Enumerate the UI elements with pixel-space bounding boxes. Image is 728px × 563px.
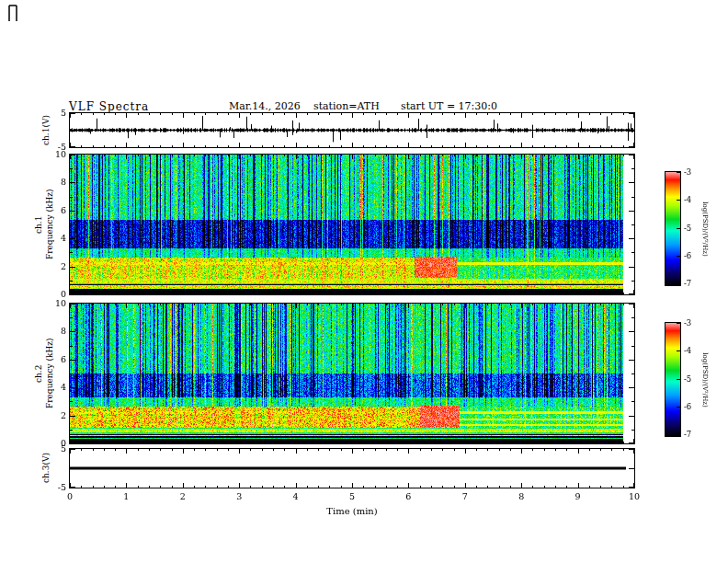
- y-tick: [629, 146, 634, 147]
- x-tick: [126, 113, 127, 118]
- x-tick: [307, 486, 308, 488]
- x-tick: [487, 442, 488, 443]
- x-tick: [521, 143, 522, 147]
- x-tick: [262, 486, 263, 488]
- x-tick: [205, 449, 206, 451]
- y-tick: [629, 360, 634, 361]
- x-tick: [589, 293, 590, 294]
- x-tick: [623, 442, 624, 443]
- y-tick: [629, 304, 634, 304]
- x-tick: [172, 113, 173, 115]
- x-tick: [454, 442, 455, 443]
- x-tick: [115, 449, 116, 451]
- x-tick: [149, 113, 150, 115]
- x-tick: [93, 145, 94, 147]
- y-tick-label: 8: [44, 177, 66, 187]
- colorbar-ch2: log(PSD)/(V²/Hz) -3-4-5-6-7: [665, 322, 681, 437]
- y-minor-tick: [631, 317, 634, 318]
- x-tick: [329, 486, 330, 488]
- y-tick-label: 10: [44, 298, 66, 308]
- x-tick: [611, 145, 612, 147]
- y-minor-tick: [70, 252, 73, 253]
- x-tick: [589, 486, 590, 488]
- x-tick: [149, 449, 150, 451]
- x-tick: [521, 483, 522, 488]
- x-tick: [93, 486, 94, 488]
- x-tick: [81, 155, 82, 156]
- y-tick-label: 2: [44, 261, 66, 271]
- x-tick: [454, 145, 455, 147]
- x-tick: [239, 143, 240, 147]
- x-tick: [138, 155, 139, 156]
- x-tick: [250, 155, 251, 156]
- x-tick: [273, 442, 274, 443]
- x-tick: [600, 155, 601, 156]
- x-tick: [532, 113, 533, 115]
- x-tick: [363, 113, 364, 115]
- x-tick: [578, 155, 579, 159]
- x-tick: [566, 145, 567, 147]
- x-tick: [318, 145, 319, 147]
- ch3-waveform-plot: [70, 449, 634, 488]
- x-tick: [205, 442, 206, 443]
- x-tick: [115, 155, 116, 156]
- x-tick-label: 3: [230, 491, 248, 501]
- y-minor-tick: [70, 281, 73, 282]
- x-tick: [521, 449, 522, 454]
- x-tick: [431, 486, 432, 488]
- x-tick: [487, 145, 488, 147]
- x-tick: [431, 304, 432, 305]
- x-tick: [611, 486, 612, 488]
- x-tick: [205, 486, 206, 488]
- y-tick: [629, 331, 634, 332]
- x-tick: [194, 113, 195, 115]
- x-tick: [510, 113, 511, 115]
- x-tick: [205, 113, 206, 115]
- x-tick: [126, 155, 127, 159]
- x-tick: [375, 155, 376, 156]
- x-tick: [318, 486, 319, 488]
- x-tick: [160, 442, 161, 443]
- x-tick: [352, 483, 353, 488]
- x-tick: [487, 449, 488, 451]
- x-tick: [104, 155, 105, 156]
- colorbar-ch1: log(PSD)/(V²/Hz) -3-4-5-6-7: [665, 171, 681, 286]
- x-tick: [555, 293, 556, 294]
- x-tick: [465, 304, 466, 308]
- x-tick: [521, 304, 522, 308]
- x-tick: [611, 113, 612, 115]
- x-tick: [296, 439, 297, 443]
- x-tick: [375, 442, 376, 443]
- x-tick: [431, 145, 432, 147]
- x-tick: [172, 145, 173, 147]
- x-tick: [296, 143, 297, 147]
- x-tick: [262, 449, 263, 451]
- x-tick: [239, 483, 240, 488]
- x-tick: [284, 293, 285, 294]
- x-tick: [532, 449, 533, 451]
- x-tick: [623, 486, 624, 488]
- x-tick: [93, 155, 94, 156]
- x-tick: [555, 442, 556, 443]
- ylabel-ch2-frequency: Frequency (kHz): [45, 303, 54, 444]
- x-tick: [386, 113, 387, 115]
- x-tick: [521, 155, 522, 159]
- x-tick: [329, 293, 330, 294]
- x-tick: [172, 486, 173, 488]
- x-tick: [363, 304, 364, 305]
- x-tick: [397, 113, 398, 115]
- x-tick: [205, 155, 206, 156]
- colorbar-tick-label: -4: [684, 195, 691, 204]
- x-tick: [476, 304, 477, 305]
- x-tick: [476, 145, 477, 147]
- x-tick: [611, 155, 612, 156]
- y-tick: [629, 449, 634, 450]
- x-tick: [284, 155, 285, 156]
- y-tick-label: 4: [44, 233, 66, 243]
- x-tick: [352, 155, 353, 159]
- x-tick: [454, 155, 455, 156]
- x-tick: [397, 486, 398, 488]
- y-tick: [70, 113, 75, 114]
- x-tick: [408, 483, 409, 488]
- x-tick: [194, 449, 195, 451]
